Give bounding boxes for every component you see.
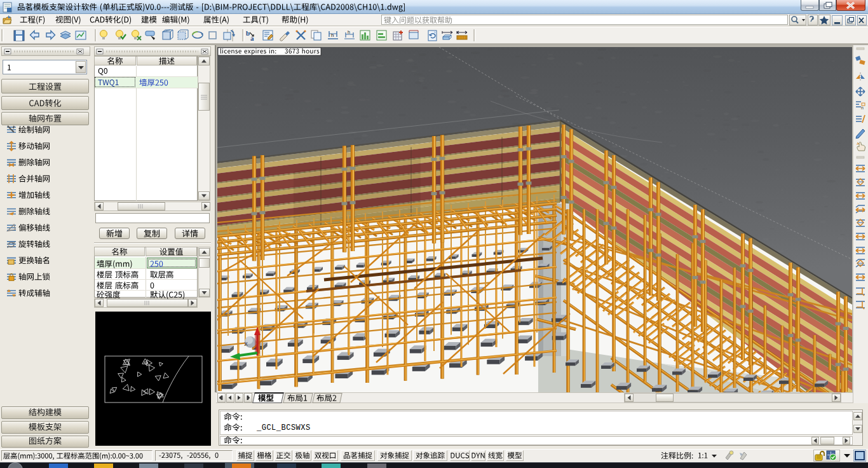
svg-text:X: X [244, 341, 248, 347]
